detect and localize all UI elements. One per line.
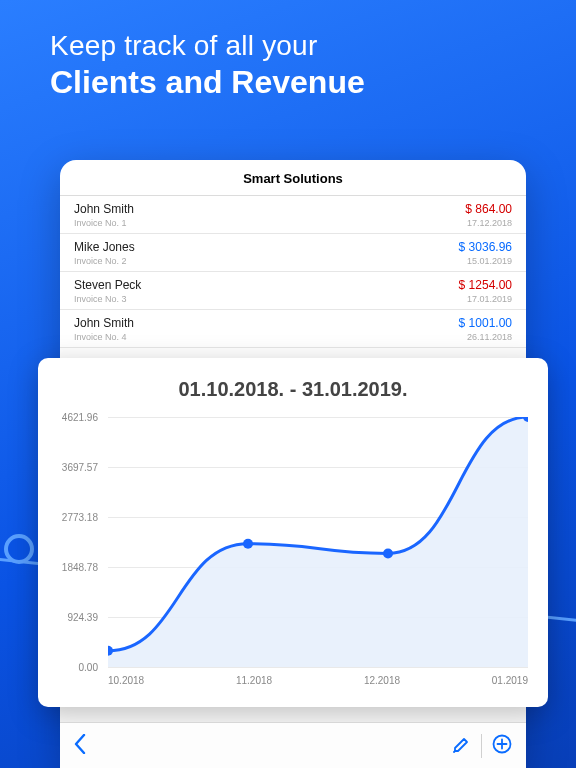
client-name: John Smith (74, 316, 134, 330)
invoice-row[interactable]: John SmithInvoice No. 4$ 1001.0026.11.20… (60, 310, 526, 348)
invoice-amount: $ 3036.96 (459, 240, 512, 254)
toolbar-divider (481, 734, 482, 758)
invoice-amount: $ 1001.00 (459, 316, 512, 330)
client-name: Mike Jones (74, 240, 135, 254)
invoice-date: 17.01.2019 (467, 294, 512, 304)
grid-line (108, 667, 528, 668)
chart-plot: 4621.963697.572773.181848.78924.390.00 1… (108, 417, 528, 667)
hero-line1: Keep track of all your (50, 30, 536, 62)
hero-banner: Keep track of all your Clients and Reven… (0, 0, 576, 101)
add-button[interactable] (492, 734, 512, 758)
invoice-date: 17.12.2018 (467, 218, 512, 228)
decorative-dot (4, 534, 34, 564)
invoice-list: John SmithInvoice No. 1$ 864.0017.12.201… (60, 196, 526, 348)
y-tick-label: 4621.96 (62, 412, 98, 423)
y-tick-label: 0.00 (79, 662, 98, 673)
invoice-row[interactable]: Mike JonesInvoice No. 2$ 3036.9615.01.20… (60, 234, 526, 272)
x-tick-label: 10.2018 (108, 675, 144, 686)
hero-line2: Clients and Revenue (50, 64, 536, 101)
chart-title: 01.10.2018. - 31.01.2019. (48, 378, 538, 401)
x-tick-label: 11.2018 (236, 675, 272, 686)
client-name: John Smith (74, 202, 134, 216)
plus-circle-icon (492, 734, 512, 754)
chevron-left-icon (74, 734, 86, 754)
x-tick-label: 01.2019 (492, 675, 528, 686)
page-title: Smart Solutions (60, 160, 526, 196)
y-tick-label: 924.39 (67, 612, 98, 623)
y-tick-label: 1848.78 (62, 562, 98, 573)
edit-button[interactable] (453, 735, 471, 757)
client-name: Steven Peck (74, 278, 141, 292)
invoice-row[interactable]: Steven PeckInvoice No. 3$ 1254.0017.01.2… (60, 272, 526, 310)
invoice-number: Invoice No. 3 (74, 294, 141, 304)
invoice-date: 15.01.2019 (467, 256, 512, 266)
data-point (383, 548, 393, 558)
y-tick-label: 2773.18 (62, 511, 98, 522)
invoice-number: Invoice No. 2 (74, 256, 135, 266)
invoice-amount: $ 864.00 (465, 202, 512, 216)
invoice-row[interactable]: John SmithInvoice No. 1$ 864.0017.12.201… (60, 196, 526, 234)
invoice-number: Invoice No. 1 (74, 218, 134, 228)
invoice-date: 26.11.2018 (467, 332, 512, 342)
x-axis-ticks: 10.201811.201812.201801.2019 (108, 675, 528, 686)
invoice-amount: $ 1254.00 (459, 278, 512, 292)
invoice-number: Invoice No. 4 (74, 332, 134, 342)
y-tick-label: 3697.57 (62, 461, 98, 472)
pencil-icon (453, 735, 471, 753)
x-tick-label: 12.2018 (364, 675, 400, 686)
chart-svg (108, 417, 528, 667)
bottom-toolbar (60, 722, 526, 768)
chart-card: 01.10.2018. - 31.01.2019. 4621.963697.57… (38, 358, 548, 707)
data-point (243, 539, 253, 549)
back-button[interactable] (74, 734, 86, 758)
chart-area (108, 417, 528, 667)
